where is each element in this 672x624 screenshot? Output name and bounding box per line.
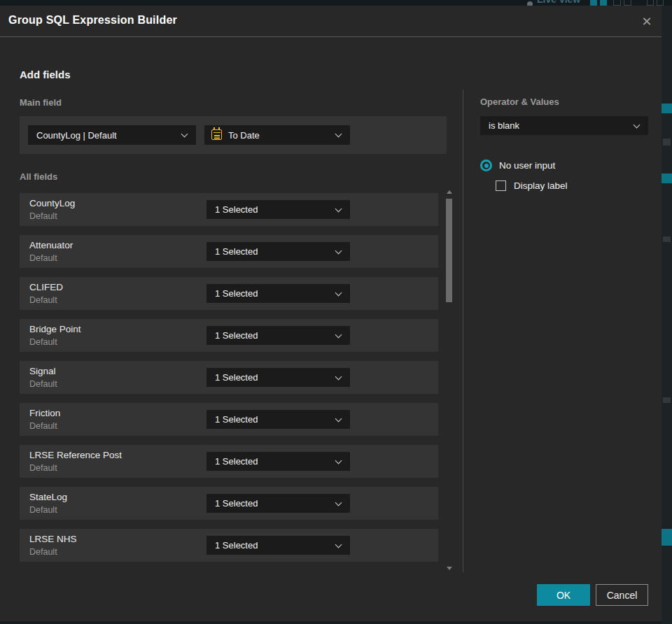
field-name: LRSE Reference Post xyxy=(29,450,122,460)
fields-list-scrollbar[interactable] xyxy=(444,189,455,570)
chevron-down-icon xyxy=(634,121,640,128)
main-field-panel: CountyLog | Default To Date xyxy=(20,116,447,154)
field-name: Signal xyxy=(29,366,56,376)
backdrop-toolbar-fragment xyxy=(613,0,621,6)
all-fields-list: CountyLog Default 1 Selected Attenuator … xyxy=(20,193,438,571)
display-label-text: Display label xyxy=(514,180,568,191)
backdrop-toolbar-fragment xyxy=(624,0,631,6)
no-user-input-radio[interactable] xyxy=(480,159,492,171)
field-row: CLIFED Default 1 Selected xyxy=(20,277,438,310)
field-selected-dropdown[interactable]: 1 Selected xyxy=(206,494,350,513)
dialog-header: Group SQL Expression Builder ✕ xyxy=(0,6,662,37)
main-field-label: Main field xyxy=(20,97,62,108)
field-row: Friction Default 1 Selected xyxy=(20,403,438,436)
field-row: Bridge Point Default 1 Selected xyxy=(20,319,438,352)
display-label-checkbox[interactable] xyxy=(496,180,506,191)
field-name: Friction xyxy=(29,408,60,418)
field-name: Attenuator xyxy=(29,240,73,250)
field-selected-value: 1 Selected xyxy=(215,288,258,299)
field-sub-label: Default xyxy=(29,421,57,431)
field-name: LRSE NHS xyxy=(29,534,77,544)
chevron-down-icon xyxy=(335,373,342,380)
backdrop-fragment xyxy=(663,397,671,403)
calendar-icon xyxy=(211,129,222,140)
main-field-type-value: To Date xyxy=(228,130,260,141)
backdrop-toolbar-fragment xyxy=(647,0,654,6)
field-selected-dropdown[interactable]: 1 Selected xyxy=(206,200,350,219)
chevron-down-icon xyxy=(335,331,342,338)
field-selected-value: 1 Selected xyxy=(215,414,258,425)
field-name: Bridge Point xyxy=(29,324,81,334)
field-selected-dropdown[interactable]: 1 Selected xyxy=(206,536,350,555)
field-name: StateLog xyxy=(29,492,67,502)
field-sub-label: Default xyxy=(29,547,57,557)
add-fields-heading: Add fields xyxy=(20,69,71,80)
ok-button[interactable]: OK xyxy=(537,584,590,606)
dialog-title: Group SQL Expression Builder xyxy=(8,14,177,27)
field-sub-label: Default xyxy=(29,337,57,347)
no-user-input-option[interactable]: No user input xyxy=(480,159,555,171)
field-sub-label: Default xyxy=(29,379,57,389)
chevron-down-icon xyxy=(335,457,342,464)
field-selected-value: 1 Selected xyxy=(215,330,258,341)
group-sql-expression-builder-dialog: Group SQL Expression Builder ✕ Add field… xyxy=(0,6,662,621)
field-selected-dropdown[interactable]: 1 Selected xyxy=(206,410,350,429)
main-field-dropdown-value: CountyLog | Default xyxy=(36,130,117,141)
backdrop-top-strip: Live view xyxy=(0,0,672,6)
chevron-down-icon xyxy=(335,131,342,138)
vertical-divider xyxy=(463,90,463,572)
field-selected-dropdown[interactable]: 1 Selected xyxy=(206,242,350,261)
backdrop-fragment xyxy=(663,139,671,146)
display-label-option[interactable]: Display label xyxy=(496,180,568,191)
main-field-dropdown[interactable]: CountyLog | Default xyxy=(28,125,196,145)
scroll-down-arrow-icon[interactable] xyxy=(447,567,452,570)
cancel-button[interactable]: Cancel xyxy=(596,584,648,606)
backdrop-toolbar-fragment xyxy=(590,0,597,6)
operator-dropdown[interactable]: is blank xyxy=(480,116,648,135)
field-row: Attenuator Default 1 Selected xyxy=(20,235,438,268)
field-selected-value: 1 Selected xyxy=(215,204,258,215)
field-row: StateLog Default 1 Selected xyxy=(20,487,438,520)
backdrop-fragment xyxy=(662,104,672,113)
field-sub-label: Default xyxy=(29,211,57,221)
operator-values-label: Operator & Values xyxy=(480,97,559,107)
field-selected-value: 1 Selected xyxy=(215,540,258,551)
chevron-down-icon xyxy=(335,289,342,296)
field-selected-dropdown[interactable]: 1 Selected xyxy=(206,368,350,387)
backdrop-fragment xyxy=(662,529,672,546)
chevron-down-icon xyxy=(335,415,342,422)
field-sub-label: Default xyxy=(29,295,57,305)
close-icon[interactable]: ✕ xyxy=(636,12,657,31)
field-row: CountyLog Default 1 Selected xyxy=(20,193,438,226)
chevron-down-icon xyxy=(335,499,342,506)
field-selected-value: 1 Selected xyxy=(215,372,258,383)
scrollbar-thumb[interactable] xyxy=(446,199,452,302)
field-selected-value: 1 Selected xyxy=(215,498,258,509)
field-name: CLIFED xyxy=(29,282,63,292)
field-name: CountyLog xyxy=(29,198,75,208)
chevron-down-icon xyxy=(335,541,342,548)
field-selected-dropdown[interactable]: 1 Selected xyxy=(206,284,350,303)
no-user-input-label: No user input xyxy=(499,160,555,171)
all-fields-label: All fields xyxy=(20,171,57,182)
chevron-down-icon xyxy=(181,131,188,138)
field-selected-value: 1 Selected xyxy=(215,246,258,257)
backdrop-fragment xyxy=(662,173,672,183)
field-row: Signal Default 1 Selected xyxy=(20,361,438,394)
main-field-type-dropdown[interactable]: To Date xyxy=(204,125,350,145)
field-sub-label: Default xyxy=(29,505,57,515)
backdrop-fragment xyxy=(663,236,671,242)
field-selected-dropdown[interactable]: 1 Selected xyxy=(206,326,350,345)
scroll-up-arrow-icon[interactable] xyxy=(447,190,452,194)
backdrop-toolbar-fragment xyxy=(600,0,607,6)
backdrop-toolbar-fragment xyxy=(657,0,664,6)
field-sub-label: Default xyxy=(29,253,57,263)
field-row: LRSE Reference Post Default 1 Selected xyxy=(20,445,438,478)
live-view-label: Live view xyxy=(537,0,580,5)
field-selected-value: 1 Selected xyxy=(215,456,258,467)
field-sub-label: Default xyxy=(29,463,57,473)
backdrop-right-strip xyxy=(662,6,672,624)
operator-dropdown-value: is blank xyxy=(489,120,519,131)
field-selected-dropdown[interactable]: 1 Selected xyxy=(206,452,350,471)
chevron-down-icon xyxy=(335,205,342,212)
